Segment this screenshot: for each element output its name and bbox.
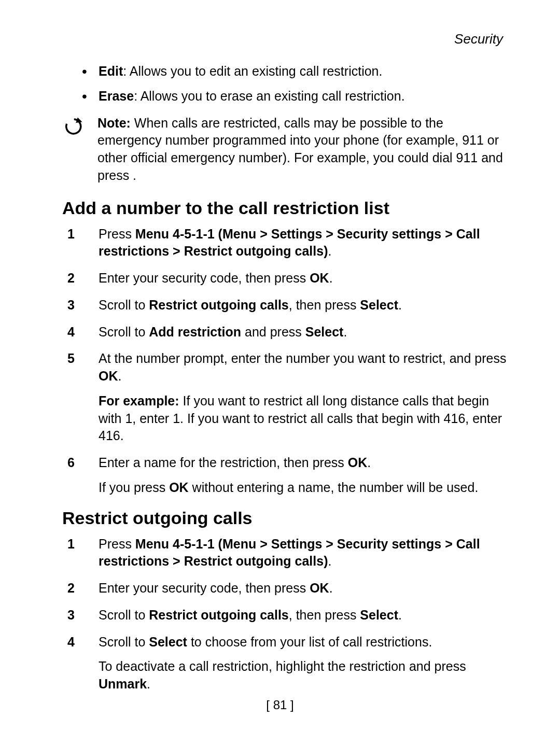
- step-a4: Scroll to Add restriction and press Sele…: [62, 323, 508, 341]
- running-head: Security: [62, 31, 508, 47]
- t: Scroll to: [99, 608, 149, 622]
- t: Scroll to: [99, 298, 149, 312]
- t-bold: Select: [360, 298, 398, 312]
- t: At the number prompt, enter the number y…: [99, 351, 507, 365]
- t-bold: Restrict outgoing calls: [149, 298, 288, 312]
- t: .: [329, 581, 333, 595]
- step-a5: At the number prompt, enter the number y…: [62, 350, 508, 445]
- page-number: [ 81 ]: [0, 698, 560, 712]
- note-arrow-icon: [62, 115, 93, 137]
- t-bold: For example:: [99, 393, 179, 408]
- step-a1: Press Menu 4-5-1-1 (Menu > Settings > Se…: [62, 226, 508, 261]
- page: Security Edit: Allows you to edit an exi…: [0, 0, 560, 732]
- t: To deactivate a call restriction, highli…: [99, 659, 466, 673]
- step-a3: Scroll to Restrict outgoing calls, then …: [62, 297, 508, 314]
- t: .: [367, 455, 371, 470]
- bullet-edit: Edit: Allows you to edit an existing cal…: [62, 63, 508, 80]
- bullet-list: Edit: Allows you to edit an existing cal…: [62, 63, 508, 105]
- step-a6: Enter a name for the restriction, then p…: [62, 454, 508, 497]
- t: .: [343, 325, 347, 339]
- t: Enter your security code, then press: [99, 271, 310, 285]
- step-b1: Press Menu 4-5-1-1 (Menu > Settings > Se…: [62, 536, 508, 571]
- t: .: [328, 554, 331, 568]
- t-bold: Add restriction: [149, 325, 241, 339]
- t-bold: Menu 4-5-1-1 (Menu > Settings > Security…: [99, 227, 480, 259]
- svg-marker-0: [76, 117, 82, 123]
- step-a6-extra: If you press OK without entering a name,…: [99, 479, 508, 497]
- edit-label: Edit: [99, 64, 123, 78]
- t-bold: OK: [99, 369, 118, 383]
- bullet-erase: Erase: Allows you to erase an existing c…: [62, 88, 508, 105]
- t: .: [147, 677, 150, 691]
- t-bold: Select: [149, 635, 187, 649]
- section-a-title: Add a number to the call restriction lis…: [62, 198, 508, 218]
- t: without entering a name, the number will…: [189, 480, 479, 495]
- section-b-title: Restrict outgoing calls: [62, 508, 508, 528]
- t: .: [398, 298, 402, 312]
- t: Press: [99, 537, 135, 551]
- erase-label: Erase: [99, 89, 134, 103]
- t: If you press: [99, 480, 169, 495]
- t-bold: Menu 4-5-1-1 (Menu > Settings > Security…: [99, 537, 480, 569]
- t: Enter a name for the restriction, then p…: [99, 455, 348, 470]
- t: .: [328, 244, 331, 258]
- t-bold: Select: [360, 608, 398, 622]
- t: , then press: [289, 298, 360, 312]
- t-bold: OK: [169, 480, 189, 495]
- t-bold: OK: [310, 271, 329, 285]
- edit-text: : Allows you to edit an existing call re…: [123, 64, 382, 78]
- step-b4: Scroll to Select to choose from your lis…: [62, 634, 508, 693]
- t: and press: [241, 325, 305, 339]
- t: to choose from your list of call restric…: [187, 635, 432, 649]
- t-bold: OK: [348, 455, 368, 470]
- t: Press: [99, 227, 135, 241]
- step-a5-example: For example: If you want to restrict all…: [99, 392, 508, 445]
- t: Enter your security code, then press: [99, 581, 310, 595]
- t: .: [398, 608, 402, 622]
- note-text: Note: When calls are restricted, calls m…: [93, 115, 508, 185]
- t-bold: Restrict outgoing calls: [149, 608, 288, 622]
- t: , then press: [289, 608, 360, 622]
- t: .: [118, 369, 122, 383]
- section-a-steps: Press Menu 4-5-1-1 (Menu > Settings > Se…: [62, 226, 508, 497]
- note-body: When calls are restricted, calls may be …: [97, 116, 503, 182]
- step-b2: Enter your security code, then press OK.: [62, 580, 508, 597]
- t: .: [329, 271, 333, 285]
- t-bold: Unmark: [99, 677, 147, 691]
- erase-text: : Allows you to erase an existing call r…: [134, 89, 404, 103]
- note-label: Note:: [97, 116, 131, 130]
- note-block: Note: When calls are restricted, calls m…: [62, 115, 508, 185]
- t: Scroll to: [99, 635, 149, 649]
- step-a2: Enter your security code, then press OK.: [62, 270, 508, 287]
- t-bold: OK: [310, 581, 329, 595]
- t-bold: Select: [305, 325, 344, 339]
- t: Scroll to: [99, 325, 149, 339]
- step-b3: Scroll to Restrict outgoing calls, then …: [62, 607, 508, 624]
- section-b-steps: Press Menu 4-5-1-1 (Menu > Settings > Se…: [62, 536, 508, 693]
- step-b4-extra: To deactivate a call restriction, highli…: [99, 658, 508, 693]
